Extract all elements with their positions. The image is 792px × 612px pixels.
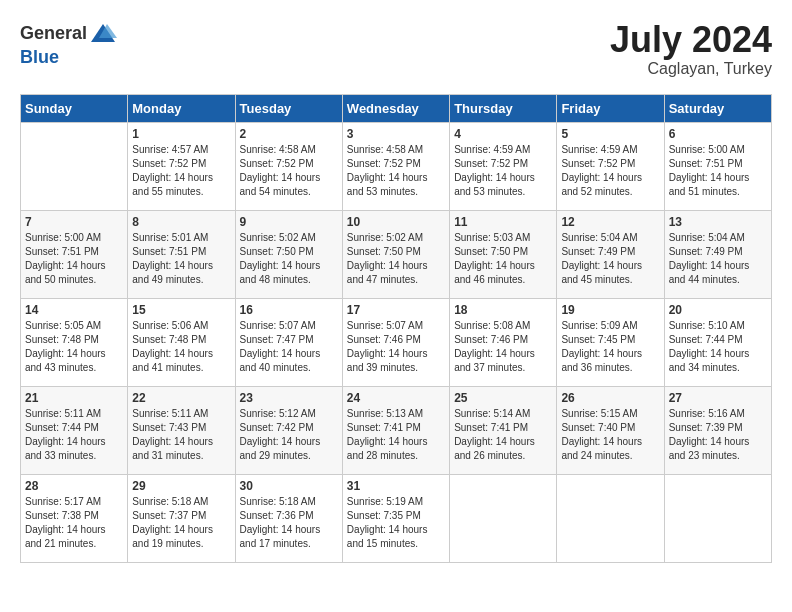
calendar-cell: 10Sunrise: 5:02 AMSunset: 7:50 PMDayligh… [342,210,449,298]
weekday-header-row: SundayMondayTuesdayWednesdayThursdayFrid… [21,94,772,122]
calendar-cell: 22Sunrise: 5:11 AMSunset: 7:43 PMDayligh… [128,386,235,474]
calendar-cell: 9Sunrise: 5:02 AMSunset: 7:50 PMDaylight… [235,210,342,298]
calendar-week-row: 21Sunrise: 5:11 AMSunset: 7:44 PMDayligh… [21,386,772,474]
calendar-cell: 13Sunrise: 5:04 AMSunset: 7:49 PMDayligh… [664,210,771,298]
day-number: 4 [454,127,552,141]
calendar-cell: 19Sunrise: 5:09 AMSunset: 7:45 PMDayligh… [557,298,664,386]
calendar-cell [450,474,557,562]
calendar-cell: 23Sunrise: 5:12 AMSunset: 7:42 PMDayligh… [235,386,342,474]
day-number: 21 [25,391,123,405]
day-info: Sunrise: 5:09 AMSunset: 7:45 PMDaylight:… [561,319,659,375]
day-number: 14 [25,303,123,317]
calendar-cell [557,474,664,562]
day-info: Sunrise: 4:59 AMSunset: 7:52 PMDaylight:… [454,143,552,199]
weekday-header-sunday: Sunday [21,94,128,122]
calendar-cell: 15Sunrise: 5:06 AMSunset: 7:48 PMDayligh… [128,298,235,386]
day-number: 19 [561,303,659,317]
day-number: 1 [132,127,230,141]
day-number: 13 [669,215,767,229]
calendar-cell: 17Sunrise: 5:07 AMSunset: 7:46 PMDayligh… [342,298,449,386]
day-info: Sunrise: 4:58 AMSunset: 7:52 PMDaylight:… [240,143,338,199]
page-header: General Blue July 2024 Caglayan, Turkey [20,20,772,78]
day-info: Sunrise: 5:04 AMSunset: 7:49 PMDaylight:… [669,231,767,287]
day-info: Sunrise: 5:11 AMSunset: 7:44 PMDaylight:… [25,407,123,463]
day-number: 28 [25,479,123,493]
day-number: 6 [669,127,767,141]
day-info: Sunrise: 5:11 AMSunset: 7:43 PMDaylight:… [132,407,230,463]
calendar-cell: 26Sunrise: 5:15 AMSunset: 7:40 PMDayligh… [557,386,664,474]
calendar-week-row: 14Sunrise: 5:05 AMSunset: 7:48 PMDayligh… [21,298,772,386]
day-info: Sunrise: 5:15 AMSunset: 7:40 PMDaylight:… [561,407,659,463]
day-info: Sunrise: 5:14 AMSunset: 7:41 PMDaylight:… [454,407,552,463]
day-number: 27 [669,391,767,405]
day-info: Sunrise: 5:07 AMSunset: 7:46 PMDaylight:… [347,319,445,375]
day-number: 26 [561,391,659,405]
weekday-header-tuesday: Tuesday [235,94,342,122]
calendar-table: SundayMondayTuesdayWednesdayThursdayFrid… [20,94,772,563]
day-number: 7 [25,215,123,229]
day-number: 2 [240,127,338,141]
day-info: Sunrise: 5:10 AMSunset: 7:44 PMDaylight:… [669,319,767,375]
calendar-cell: 31Sunrise: 5:19 AMSunset: 7:35 PMDayligh… [342,474,449,562]
day-info: Sunrise: 5:02 AMSunset: 7:50 PMDaylight:… [240,231,338,287]
calendar-cell: 27Sunrise: 5:16 AMSunset: 7:39 PMDayligh… [664,386,771,474]
day-info: Sunrise: 5:18 AMSunset: 7:37 PMDaylight:… [132,495,230,551]
calendar-cell: 28Sunrise: 5:17 AMSunset: 7:38 PMDayligh… [21,474,128,562]
day-number: 24 [347,391,445,405]
day-number: 23 [240,391,338,405]
calendar-cell: 2Sunrise: 4:58 AMSunset: 7:52 PMDaylight… [235,122,342,210]
day-info: Sunrise: 5:07 AMSunset: 7:47 PMDaylight:… [240,319,338,375]
title-block: July 2024 Caglayan, Turkey [610,20,772,78]
day-info: Sunrise: 4:59 AMSunset: 7:52 PMDaylight:… [561,143,659,199]
location-subtitle: Caglayan, Turkey [610,60,772,78]
logo-general-text: General [20,24,87,44]
day-info: Sunrise: 5:06 AMSunset: 7:48 PMDaylight:… [132,319,230,375]
day-info: Sunrise: 5:05 AMSunset: 7:48 PMDaylight:… [25,319,123,375]
calendar-cell: 14Sunrise: 5:05 AMSunset: 7:48 PMDayligh… [21,298,128,386]
calendar-cell: 25Sunrise: 5:14 AMSunset: 7:41 PMDayligh… [450,386,557,474]
day-info: Sunrise: 5:17 AMSunset: 7:38 PMDaylight:… [25,495,123,551]
calendar-cell: 30Sunrise: 5:18 AMSunset: 7:36 PMDayligh… [235,474,342,562]
day-info: Sunrise: 5:03 AMSunset: 7:50 PMDaylight:… [454,231,552,287]
day-number: 18 [454,303,552,317]
day-number: 22 [132,391,230,405]
calendar-cell: 11Sunrise: 5:03 AMSunset: 7:50 PMDayligh… [450,210,557,298]
weekday-header-friday: Friday [557,94,664,122]
calendar-cell: 5Sunrise: 4:59 AMSunset: 7:52 PMDaylight… [557,122,664,210]
calendar-cell: 29Sunrise: 5:18 AMSunset: 7:37 PMDayligh… [128,474,235,562]
day-number: 9 [240,215,338,229]
day-info: Sunrise: 4:57 AMSunset: 7:52 PMDaylight:… [132,143,230,199]
day-number: 12 [561,215,659,229]
weekday-header-saturday: Saturday [664,94,771,122]
day-info: Sunrise: 5:16 AMSunset: 7:39 PMDaylight:… [669,407,767,463]
day-number: 5 [561,127,659,141]
day-number: 29 [132,479,230,493]
calendar-cell: 24Sunrise: 5:13 AMSunset: 7:41 PMDayligh… [342,386,449,474]
day-number: 8 [132,215,230,229]
day-number: 20 [669,303,767,317]
weekday-header-thursday: Thursday [450,94,557,122]
day-number: 3 [347,127,445,141]
logo-blue-text: Blue [20,48,117,68]
calendar-cell: 6Sunrise: 5:00 AMSunset: 7:51 PMDaylight… [664,122,771,210]
day-info: Sunrise: 5:02 AMSunset: 7:50 PMDaylight:… [347,231,445,287]
calendar-week-row: 28Sunrise: 5:17 AMSunset: 7:38 PMDayligh… [21,474,772,562]
calendar-cell: 8Sunrise: 5:01 AMSunset: 7:51 PMDaylight… [128,210,235,298]
day-number: 10 [347,215,445,229]
logo: General Blue [20,20,117,68]
day-number: 11 [454,215,552,229]
day-info: Sunrise: 5:19 AMSunset: 7:35 PMDaylight:… [347,495,445,551]
weekday-header-monday: Monday [128,94,235,122]
calendar-week-row: 1Sunrise: 4:57 AMSunset: 7:52 PMDaylight… [21,122,772,210]
day-number: 16 [240,303,338,317]
calendar-cell [21,122,128,210]
month-year-title: July 2024 [610,20,772,60]
calendar-cell: 3Sunrise: 4:58 AMSunset: 7:52 PMDaylight… [342,122,449,210]
calendar-cell: 16Sunrise: 5:07 AMSunset: 7:47 PMDayligh… [235,298,342,386]
logo-icon [89,20,117,48]
day-number: 31 [347,479,445,493]
day-info: Sunrise: 5:01 AMSunset: 7:51 PMDaylight:… [132,231,230,287]
day-number: 17 [347,303,445,317]
day-number: 30 [240,479,338,493]
day-info: Sunrise: 5:12 AMSunset: 7:42 PMDaylight:… [240,407,338,463]
